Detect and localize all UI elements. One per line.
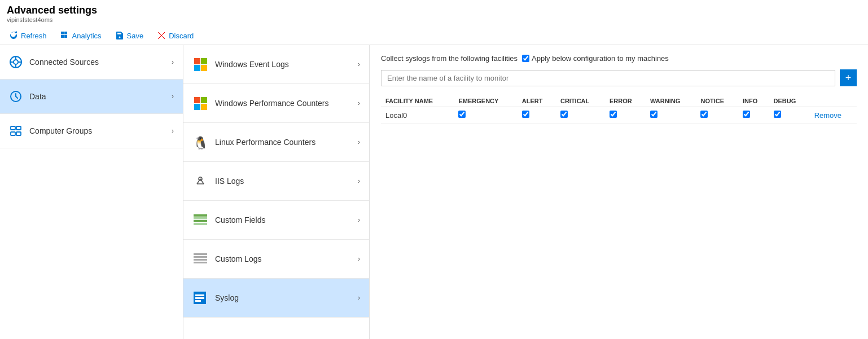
middle-item-custom-fields[interactable]: Custom Fields › <box>183 201 369 240</box>
middle-item-linux-performance-counters[interactable]: 🐧 Linux Performance Counters › <box>183 123 369 162</box>
sidebar-item-label: Data <box>29 92 46 101</box>
discard-button[interactable]: Discard <box>155 30 196 41</box>
facility-input-row: + <box>381 69 857 86</box>
chevron-right-icon: › <box>358 255 360 263</box>
data-icon <box>9 90 23 103</box>
warning-checkbox[interactable] <box>650 111 657 118</box>
toolbar: Refresh Analytics Save Discard <box>7 27 861 45</box>
sidebar-item-data[interactable]: Data › <box>0 80 183 114</box>
apply-checkbox-label[interactable]: Apply below configuration to my machines <box>522 54 669 63</box>
middle-item-windows-performance-counters[interactable]: Windows Performance Counters › <box>183 84 369 123</box>
svg-rect-13 <box>11 126 15 130</box>
header: Advanced settings vipinsfstest4oms Refre… <box>0 0 868 45</box>
svg-rect-37 <box>194 262 207 263</box>
warning-cell[interactable] <box>646 107 696 124</box>
col-warning: WARNING <box>646 95 696 107</box>
svg-rect-23 <box>194 104 200 110</box>
middle-panel: Windows Event Logs › Windows Performance… <box>183 45 370 339</box>
custom-logs-icon <box>192 251 208 267</box>
svg-rect-34 <box>194 253 207 255</box>
refresh-button[interactable]: Refresh <box>7 30 49 41</box>
col-error: ERROR <box>605 95 646 107</box>
windows-performance-icon <box>192 95 208 111</box>
middle-item-label: Windows Event Logs <box>215 60 289 69</box>
emergency-checkbox[interactable] <box>458 111 466 118</box>
svg-rect-40 <box>195 297 204 299</box>
middle-item-custom-logs[interactable]: Custom Logs › <box>183 240 369 279</box>
linux-icon: 🐧 <box>192 134 208 150</box>
add-facility-button[interactable]: + <box>840 69 857 86</box>
chevron-right-icon: › <box>358 294 360 302</box>
middle-item-syslog[interactable]: Syslog › <box>183 279 369 318</box>
svg-rect-15 <box>16 126 21 130</box>
apply-label-text: Apply below configuration to my machines <box>532 54 669 63</box>
main-container: Connected Sources › Data › <box>0 45 868 339</box>
middle-item-label: Custom Fields <box>215 215 265 224</box>
debug-checkbox[interactable] <box>774 111 781 118</box>
facility-name-input[interactable] <box>381 70 835 86</box>
col-notice: NOTICE <box>696 95 738 107</box>
critical-checkbox[interactable] <box>560 111 568 118</box>
chevron-right-icon: › <box>172 127 174 135</box>
middle-item-iis-logs[interactable]: IIS Logs › <box>183 162 369 201</box>
debug-cell[interactable] <box>769 107 810 124</box>
notice-checkbox[interactable] <box>700 111 708 118</box>
svg-rect-18 <box>201 58 207 64</box>
content-panel: Collect syslogs from the following facil… <box>370 45 868 339</box>
apply-checkbox[interactable] <box>522 55 529 62</box>
alert-checkbox[interactable] <box>522 111 529 118</box>
windows-event-logs-icon <box>192 56 208 72</box>
middle-item-label: Linux Performance Counters <box>215 138 315 147</box>
remove-button[interactable]: Remove <box>814 111 841 120</box>
chevron-right-icon: › <box>172 58 174 66</box>
emergency-cell[interactable] <box>454 107 517 124</box>
middle-item-windows-event-logs[interactable]: Windows Event Logs › <box>183 45 369 84</box>
collect-header: Collect syslogs from the following facil… <box>381 54 857 63</box>
chevron-right-icon: › <box>358 60 360 68</box>
sidebar-item-connected-sources[interactable]: Connected Sources › <box>0 45 183 80</box>
connected-sources-icon <box>9 55 23 69</box>
table-header-row: FACILITY NAME EMERGENCY ALERT CRITICAL E… <box>381 95 857 107</box>
svg-rect-3 <box>64 35 67 38</box>
analytics-button[interactable]: Analytics <box>58 30 104 41</box>
computer-groups-icon <box>9 124 23 138</box>
col-actions <box>810 95 857 107</box>
svg-rect-41 <box>195 300 201 302</box>
iis-logs-icon <box>192 173 208 189</box>
page-title: Advanced settings <box>7 5 861 16</box>
col-emergency: EMERGENCY <box>454 95 517 107</box>
critical-cell[interactable] <box>556 107 605 124</box>
svg-rect-16 <box>16 132 21 135</box>
info-checkbox[interactable] <box>743 111 750 118</box>
col-info: INFO <box>738 95 769 107</box>
chevron-right-icon: › <box>358 216 360 224</box>
svg-rect-19 <box>194 65 200 71</box>
svg-rect-22 <box>201 97 207 103</box>
error-checkbox[interactable] <box>610 111 617 118</box>
alert-cell[interactable] <box>518 107 556 124</box>
chevron-right-icon: › <box>172 93 174 100</box>
svg-rect-0 <box>61 32 64 34</box>
remove-cell[interactable]: Remove <box>810 107 857 124</box>
error-cell[interactable] <box>605 107 646 124</box>
notice-cell[interactable] <box>696 107 738 124</box>
svg-rect-2 <box>61 35 64 38</box>
info-cell[interactable] <box>738 107 769 124</box>
svg-point-7 <box>14 60 18 64</box>
discard-icon <box>157 31 166 40</box>
svg-rect-17 <box>194 58 200 64</box>
middle-item-label: Syslog <box>215 293 239 302</box>
svg-rect-21 <box>194 97 200 103</box>
sidebar-item-computer-groups[interactable]: Computer Groups › <box>0 114 183 148</box>
middle-item-label: IIS Logs <box>215 177 244 186</box>
facility-name-cell: Local0 <box>381 107 454 124</box>
middle-item-label: Custom Logs <box>215 254 261 263</box>
svg-rect-39 <box>195 294 204 296</box>
save-button[interactable]: Save <box>113 30 146 41</box>
middle-item-label: Windows Performance Counters <box>215 99 329 108</box>
chevron-right-icon: › <box>358 138 360 146</box>
col-facility-name: FACILITY NAME <box>381 95 454 107</box>
svg-rect-30 <box>194 214 207 217</box>
col-alert: ALERT <box>518 95 556 107</box>
svg-rect-14 <box>11 132 15 135</box>
